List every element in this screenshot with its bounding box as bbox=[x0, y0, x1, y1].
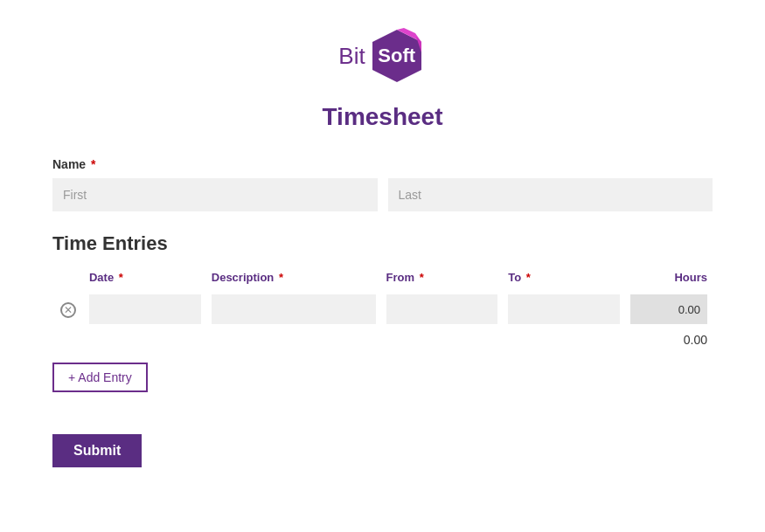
col-header-description: Description * bbox=[206, 267, 381, 291]
entries-body: ✕ bbox=[52, 291, 713, 328]
table-header-row: Date * Description * From * To * Hours bbox=[52, 267, 713, 291]
name-row bbox=[52, 178, 713, 211]
name-section: Name * bbox=[52, 157, 713, 211]
col-header-from: From * bbox=[381, 267, 504, 291]
submit-button[interactable]: Submit bbox=[52, 434, 142, 467]
date-cell bbox=[84, 291, 206, 328]
logo-text-soft: Soft bbox=[378, 45, 415, 67]
from-cell bbox=[381, 291, 504, 328]
remove-entry-button[interactable]: ✕ bbox=[60, 302, 76, 318]
hours-input[interactable] bbox=[630, 294, 707, 324]
first-name-input[interactable] bbox=[52, 178, 378, 211]
add-entry-button[interactable]: + Add Entry bbox=[52, 363, 148, 392]
hours-cell bbox=[625, 291, 713, 328]
name-required-star: * bbox=[87, 157, 95, 171]
totals-spacer bbox=[52, 328, 625, 349]
col-header-hours: Hours bbox=[625, 267, 713, 291]
from-input[interactable] bbox=[386, 294, 498, 324]
col-header-date: Date * bbox=[84, 267, 206, 291]
logo-hexagon: Soft bbox=[367, 26, 427, 86]
logo-text-bit: Bit bbox=[338, 43, 365, 70]
total-hours-value: 0.00 bbox=[625, 328, 713, 349]
col-header-remove bbox=[52, 267, 84, 291]
logo-area: Bit Soft bbox=[52, 17, 713, 86]
to-cell bbox=[503, 291, 625, 328]
remove-cell: ✕ bbox=[52, 291, 84, 328]
description-cell bbox=[206, 291, 381, 328]
page-title: Timesheet bbox=[52, 103, 713, 131]
time-entries-table: Date * Description * From * To * Hours bbox=[52, 267, 713, 349]
date-input[interactable] bbox=[89, 294, 201, 324]
logo-wrapper: Bit Soft bbox=[338, 26, 426, 86]
table-row: ✕ bbox=[52, 291, 713, 328]
name-label: Name * bbox=[52, 157, 713, 171]
time-entries-title: Time Entries bbox=[52, 232, 713, 255]
description-input[interactable] bbox=[212, 294, 376, 324]
remove-circle-icon: ✕ bbox=[60, 302, 76, 318]
last-name-input[interactable] bbox=[388, 178, 713, 211]
submit-section: Submit bbox=[52, 434, 713, 467]
col-header-to: To * bbox=[503, 267, 625, 291]
page-container: Bit Soft Timesheet Name * Time bbox=[0, 0, 765, 502]
totals-row: 0.00 bbox=[52, 328, 713, 349]
time-entries-section: Time Entries Date * Description * From *… bbox=[52, 232, 713, 413]
to-input[interactable] bbox=[508, 294, 620, 324]
